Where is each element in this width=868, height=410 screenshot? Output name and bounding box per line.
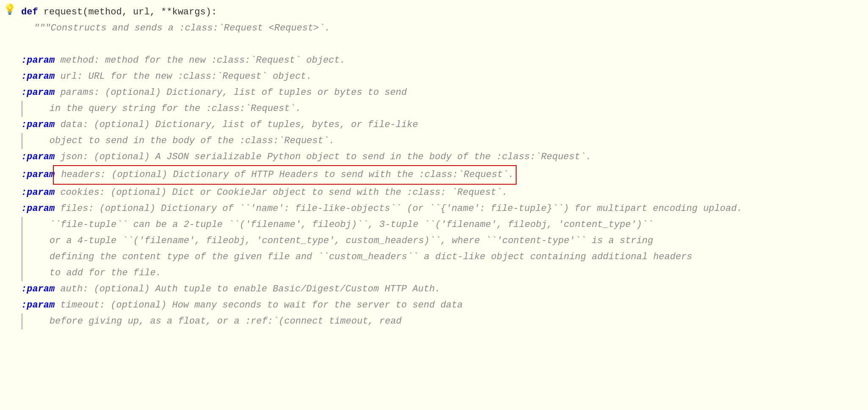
param-files-line4: defining the content type of the given f…	[0, 249, 868, 265]
def-line: def request(method, url, **kwargs):	[0, 4, 868, 20]
param-data-line2: object to send in the body of the :class…	[0, 133, 868, 149]
param-label-files: :param	[21, 201, 55, 217]
param-json-line: :param json: (optional) A JSON serializa…	[0, 149, 868, 165]
indent-bar-data	[21, 133, 23, 149]
param-text-params1: params: (optional) Dictionary, list of t…	[55, 85, 407, 101]
param-label-cookies: :param	[21, 185, 55, 201]
param-text-json: json: (optional) A JSON serializable Pyt…	[55, 149, 591, 165]
param-text-files3: or a 4-tuple ``('filename', fileobj, 'co…	[27, 233, 653, 249]
param-label-timeout: :param	[21, 297, 55, 313]
param-files-line2: ``file-tuple`` can be a 2-tuple ``('file…	[0, 217, 868, 233]
param-files-line3: or a 4-tuple ``('filename', fileobj, 'co…	[0, 233, 868, 249]
param-text-files5: to add for the file.	[27, 265, 161, 281]
param-files-line5: to add for the file.	[0, 265, 868, 281]
param-label-headers: :param	[21, 167, 55, 183]
param-timeout-line2: before giving up, as a float, or a :ref:…	[0, 313, 868, 330]
docstring-line: """Constructs and sends a :class:`Reques…	[0, 20, 868, 36]
function-signature: request(method, url, **kwargs):	[44, 4, 217, 20]
param-text-data1: data: (optional) Dictionary, list of tup…	[55, 117, 418, 133]
param-params-line2: in the query string for the :class:`Requ…	[0, 101, 868, 117]
param-text-headers: headers: (optional) Dictionary of HTTP H…	[53, 165, 517, 185]
indent-bar-files5	[21, 265, 23, 281]
param-method-line: :param method: method for the new :class…	[0, 53, 868, 69]
param-text-timeout1: timeout: (optional) How many seconds to …	[55, 297, 463, 313]
param-timeout-line1: :param timeout: (optional) How many seco…	[0, 297, 868, 313]
param-text-data2: object to send in the body of the :class…	[27, 133, 334, 149]
param-text-auth: auth: (optional) Auth tuple to enable Ba…	[55, 281, 440, 297]
param-label-data: :param	[21, 117, 55, 133]
param-auth-line: :param auth: (optional) Auth tuple to en…	[0, 281, 868, 297]
keyword-def: def	[21, 4, 44, 20]
param-files-line1: :param files: (optional) Dictionary of `…	[0, 201, 868, 217]
param-text-files1: files: (optional) Dictionary of ``'name'…	[55, 201, 742, 217]
param-text-method: method: method for the new :class:`Reque…	[55, 53, 346, 69]
indent-bar-timeout	[21, 313, 23, 330]
param-text-cookies: cookies: (optional) Dict or CookieJar ob…	[55, 185, 507, 201]
param-text-files4: defining the content type of the given f…	[27, 249, 692, 265]
param-cookies-line: :param cookies: (optional) Dict or Cooki…	[0, 185, 868, 201]
param-label-method: :param	[21, 53, 55, 69]
code-viewer: 💡 def request(method, url, **kwargs): ""…	[0, 0, 868, 410]
indent-bar-files3	[21, 233, 23, 249]
indent-bar-files2	[21, 217, 23, 233]
param-label-url: :param	[21, 69, 55, 85]
param-label-params: :param	[21, 85, 55, 101]
param-text-timeout2: before giving up, as a float, or a :ref:…	[27, 313, 402, 330]
empty-line-1	[0, 36, 868, 53]
docstring-text: """Constructs and sends a :class:`Reques…	[34, 20, 330, 36]
param-params-line1: :param params: (optional) Dictionary, li…	[0, 85, 868, 101]
bulb-icon: 💡	[3, 3, 16, 16]
param-text-files2: ``file-tuple`` can be a 2-tuple ``('file…	[27, 217, 653, 233]
indent-bar-files4	[21, 249, 23, 265]
param-label-auth: :param	[21, 281, 55, 297]
param-text-url: url: URL for the new :class:`Request` ob…	[55, 69, 312, 85]
param-data-line1: :param data: (optional) Dictionary, list…	[0, 117, 868, 133]
param-label-json: :param	[21, 149, 55, 165]
param-headers-line: :param headers: (optional) Dictionary of…	[0, 165, 868, 185]
indent-bar-params	[21, 101, 23, 117]
param-url-line: :param url: URL for the new :class:`Requ…	[0, 69, 868, 85]
param-text-params2: in the query string for the :class:`Requ…	[27, 101, 301, 117]
